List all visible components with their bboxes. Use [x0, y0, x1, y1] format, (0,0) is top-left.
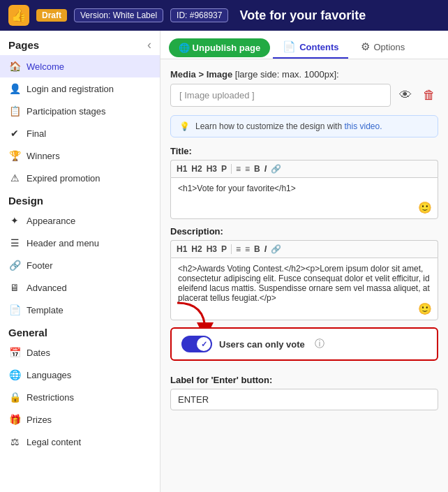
sidebar-item-dates[interactable]: 📅 Dates [0, 341, 160, 364]
sidebar-item-label: Dates [27, 348, 50, 358]
menu-icon: ☰ [8, 237, 21, 249]
template-icon: 📄 [8, 304, 21, 316]
ul-btn[interactable]: ≡ [236, 164, 241, 174]
link-btn-desc[interactable]: 🔗 [271, 244, 281, 254]
sidebar-item-languages[interactable]: 🌐 Languages [0, 364, 160, 386]
sidebar-item-expired[interactable]: ⚠ Expired promotion [0, 167, 160, 189]
title-toolbar: H1 H2 H3 P ≡ ≡ B I 🔗 [170, 160, 438, 177]
sidebar-item-label: Legal content [27, 437, 81, 447]
title-field-label: Title: [170, 146, 438, 156]
sidebar-item-appearance[interactable]: ✦ Appearance [0, 209, 160, 232]
h2-btn[interactable]: H2 [191, 164, 202, 174]
appearance-icon: ✦ [8, 214, 21, 227]
ul-btn-desc[interactable]: ≡ [236, 244, 241, 254]
header: 👍 Draft Version: White Label ID: #968937… [0, 0, 448, 31]
bold-btn[interactable]: B [254, 164, 260, 174]
lock-icon: 🔒 [8, 391, 21, 403]
advanced-icon: 🖥 [8, 281, 21, 294]
sidebar-item-label: Advanced [27, 283, 67, 293]
ol-btn-desc[interactable]: ≡ [245, 244, 250, 254]
warning-icon: ⚠ [8, 172, 21, 184]
footer-icon: 🔗 [8, 259, 21, 271]
tab-bar: 🌐 Unpublish page 📄 Contents ⚙ Options [160, 31, 448, 59]
delete-image-button[interactable]: 🗑 [420, 85, 438, 105]
p-btn[interactable]: P [221, 164, 227, 174]
sidebar-item-login[interactable]: 👤 Login and registration [0, 77, 160, 100]
check-icon: ✔ [8, 127, 21, 140]
checkmark-icon: ✓ [201, 340, 207, 349]
page-title: Vote for your favorite [239, 8, 366, 23]
content-body: Media > Image [large side: max. 1000px]:… [160, 59, 448, 492]
sidebar-item-restrictions[interactable]: 🔒 Restrictions [0, 386, 160, 408]
description-field-label: Description: [170, 226, 438, 237]
enter-field-row: Label for 'Enter' button: [170, 375, 438, 410]
prizes-icon: 🎁 [8, 413, 21, 426]
title-editor: H1 H2 H3 P ≡ ≡ B I 🔗 <h1>Vote for your f… [170, 160, 438, 219]
title-content[interactable]: <h1>Vote for your favorite</h1> 🙂 [170, 177, 438, 219]
collapse-icon[interactable]: ‹ [147, 38, 151, 52]
sidebar-item-label: Restrictions [27, 392, 74, 403]
sidebar-item-header-menu[interactable]: ☰ Header and menu [0, 232, 160, 254]
info-text: Learn how to customize the design with t… [195, 121, 382, 131]
sidebar: Pages ‹ 🏠 Welcome 👤 Login and registrati… [0, 31, 160, 492]
draft-badge: Draft [36, 9, 67, 22]
enter-input[interactable] [170, 389, 438, 410]
sidebar-item-winners[interactable]: 🏆 Winners [0, 144, 160, 167]
h1-btn-desc[interactable]: H1 [177, 244, 187, 254]
sidebar-item-label: Header and menu [27, 238, 99, 248]
h2-btn-desc[interactable]: H2 [191, 244, 202, 254]
preview-image-button[interactable]: 👁 [396, 85, 415, 105]
media-label: Media > Image [large side: max. 1000px]: [170, 69, 438, 80]
description-editor: H1 H2 H3 P ≡ ≡ B I 🔗 <h2>Awards Voting C… [170, 240, 438, 320]
emoji-btn[interactable]: 🙂 [418, 201, 432, 214]
toggle-label: Users can only vote [219, 339, 305, 350]
tab-contents[interactable]: 📄 Contents [273, 36, 348, 59]
sidebar-item-label: Participation stages [27, 106, 105, 117]
general-section-title: General [0, 321, 160, 341]
info-box: 💡 Learn how to customize the design with… [170, 115, 438, 137]
sidebar-item-template[interactable]: 📄 Template [0, 299, 160, 321]
sidebar-item-label: Template [27, 305, 64, 315]
h3-btn-desc[interactable]: H3 [207, 244, 217, 254]
sidebar-item-final[interactable]: ✔ Final [0, 122, 160, 144]
bold-btn-desc[interactable]: B [254, 244, 260, 254]
languages-icon: 🌐 [8, 368, 21, 381]
version-badge: Version: White Label [74, 8, 163, 22]
italic-btn-desc[interactable]: I [264, 244, 267, 254]
enter-field-label: Label for 'Enter' button: [170, 375, 438, 385]
h3-btn[interactable]: H3 [207, 164, 217, 174]
link-btn[interactable]: 🔗 [271, 164, 281, 174]
sidebar-item-prizes[interactable]: 🎁 Prizes [0, 408, 160, 431]
sidebar-item-label: Welcome [27, 61, 64, 72]
legal-icon: ⚖ [8, 435, 21, 448]
users-can-vote-toggle[interactable]: ✓ [181, 336, 212, 352]
unpublish-button[interactable]: 🌐 Unpublish page [169, 38, 270, 57]
dates-icon: 📅 [8, 346, 21, 359]
sidebar-item-advanced[interactable]: 🖥 Advanced [0, 276, 160, 299]
p-btn-desc[interactable]: P [221, 244, 227, 254]
emoji-btn-desc[interactable]: 🙂 [418, 302, 432, 315]
options-tab-icon: ⚙ [361, 40, 370, 53]
h1-btn[interactable]: H1 [177, 164, 187, 174]
italic-btn[interactable]: I [264, 164, 267, 174]
image-placeholder: [ Image uploaded ] [170, 84, 391, 107]
user-icon: 👤 [8, 82, 21, 95]
toggle-knob: ✓ [197, 337, 211, 351]
sidebar-item-footer[interactable]: 🔗 Footer [0, 254, 160, 276]
ol-btn[interactable]: ≡ [245, 164, 250, 174]
lightbulb-icon: 💡 [179, 121, 190, 131]
sidebar-item-welcome[interactable]: 🏠 Welcome [0, 55, 160, 77]
desc-toolbar: H1 H2 H3 P ≡ ≡ B I 🔗 [170, 240, 438, 258]
pages-section-title: Pages [8, 39, 39, 51]
sidebar-item-label: Footer [27, 260, 53, 271]
sidebar-item-participation[interactable]: 📋 Participation stages [0, 100, 160, 122]
home-icon: 🏠 [8, 60, 21, 73]
info-circle-icon[interactable]: ⓘ [315, 338, 324, 350]
id-badge: ID: #968937 [170, 8, 228, 22]
tab-options[interactable]: ⚙ Options [351, 36, 415, 59]
desc-content[interactable]: <h2>Awards Voting Contest.</h2><p>Lorem … [170, 258, 438, 320]
content-area: 🌐 Unpublish page 📄 Contents ⚙ Options Me… [160, 31, 448, 492]
info-link[interactable]: this video. [344, 121, 382, 131]
sidebar-item-legal[interactable]: ⚖ Legal content [0, 431, 160, 453]
sidebar-item-label: Final [27, 128, 46, 139]
